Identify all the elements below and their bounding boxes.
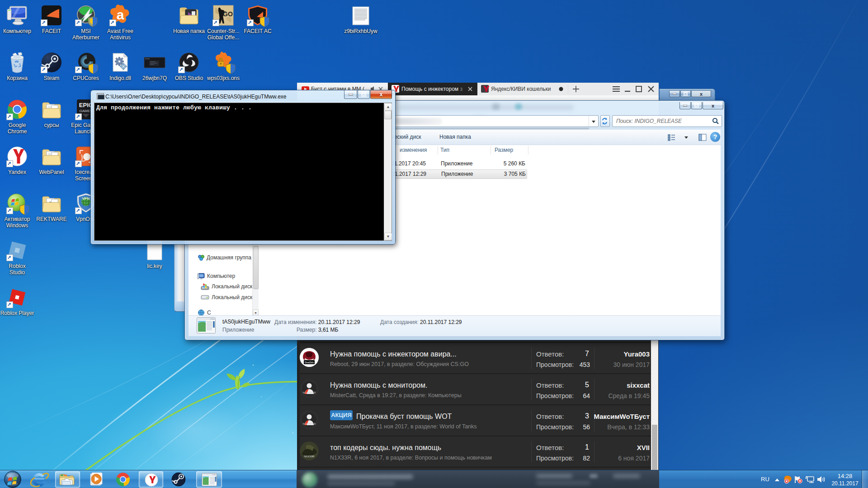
svg-text:DeaDds: DeaDds: [305, 361, 314, 364]
svg-text:VPN: VPN: [82, 197, 90, 201]
svg-text:a: a: [117, 7, 124, 22]
svg-text:GO: GO: [223, 10, 233, 18]
svg-text:NOAVATAR: NOAVATAR: [303, 422, 316, 425]
svg-text:N1X33R: N1X33R: [304, 455, 315, 458]
svg-text:NOAVATAR: NOAVATAR: [303, 391, 316, 394]
